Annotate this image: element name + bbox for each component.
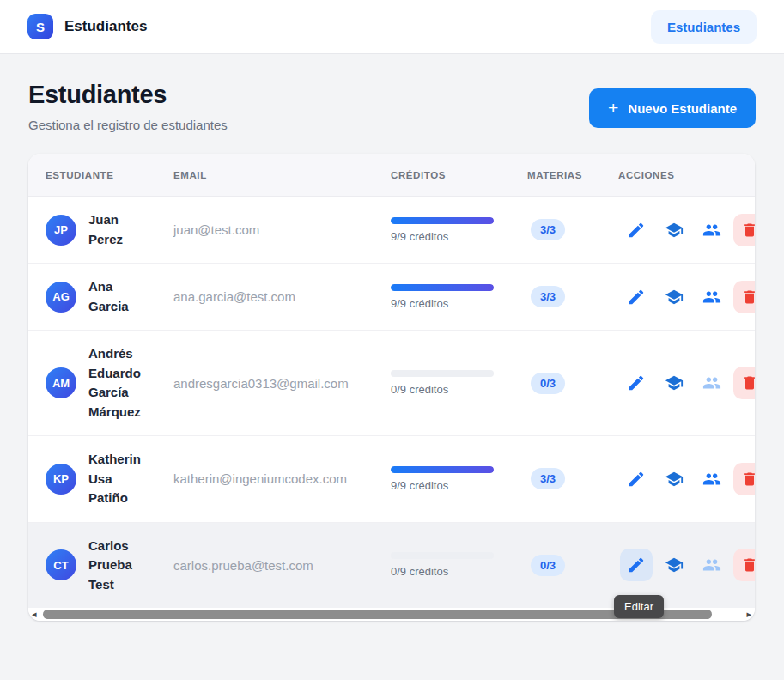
subjects-button[interactable]	[658, 214, 690, 246]
delete-button[interactable]	[733, 463, 755, 495]
table-row: KP Katherin Usa Patiño katherin@ingenium…	[28, 436, 755, 523]
students-table-card: Estudiante Email Créditos Materias Accio…	[28, 154, 755, 621]
plus-icon: +	[608, 99, 618, 117]
students-table: Estudiante Email Créditos Materias Accio…	[28, 154, 755, 608]
materias-badge: 3/3	[531, 219, 565, 240]
table-header: Estudiante Email Créditos Materias Accio…	[28, 154, 755, 197]
groups-button[interactable]	[696, 281, 728, 313]
subjects-button[interactable]	[658, 549, 690, 581]
people-icon	[702, 373, 721, 392]
page-subtitle: Gestiona el registro de estudiantes	[28, 118, 228, 132]
materias-badge: 3/3	[531, 286, 565, 307]
subjects-button[interactable]	[658, 367, 690, 399]
credits-label: 9/9 créditos	[391, 479, 527, 492]
table-row: AM Andrés Eduardo García Márquez andresg…	[28, 331, 755, 436]
trash-icon	[741, 471, 755, 488]
people-icon	[702, 221, 721, 240]
scrollbar-thumb[interactable]	[43, 610, 712, 619]
delete-button[interactable]	[733, 281, 755, 313]
avatar-initials: JP	[54, 223, 68, 236]
student-name: Juan Perez	[88, 210, 149, 249]
edit-button[interactable]	[620, 463, 653, 495]
edit-button[interactable]	[620, 281, 653, 313]
pencil-icon	[627, 373, 646, 392]
credits-progress-bar	[391, 284, 494, 291]
credits-progress-fill	[391, 284, 494, 291]
credits-progress-bar	[391, 552, 494, 559]
avatar-initials: KP	[53, 472, 69, 485]
top-bar: S Estudiantes Estudiantes	[0, 0, 784, 54]
materias-badge: 0/3	[531, 373, 565, 394]
new-student-label: Nuevo Estudiante	[628, 101, 737, 116]
app-logo: S	[27, 14, 53, 39]
table-body: JP Juan Perez juan@test.com 9/9 créditos…	[28, 197, 755, 608]
scroll-left-icon[interactable]: ◂	[32, 610, 37, 619]
edit-button[interactable]	[620, 367, 653, 399]
main-content: Estudiantes Gestiona el registro de estu…	[0, 81, 784, 621]
student-email: carlos.prueba@test.com	[173, 558, 391, 573]
avatar: AM	[46, 367, 76, 398]
graduation-cap-icon	[665, 373, 684, 392]
delete-button[interactable]	[733, 549, 755, 581]
people-icon	[702, 470, 721, 489]
pencil-icon	[627, 556, 646, 574]
pencil-icon	[627, 221, 646, 240]
graduation-cap-icon	[665, 470, 684, 489]
credits-progress-bar	[391, 466, 494, 473]
edit-button[interactable]	[620, 214, 653, 246]
nav-estudiantes-button[interactable]: Estudiantes	[651, 10, 757, 44]
column-header-acciones: Acciones	[618, 170, 755, 180]
avatar: CT	[46, 549, 76, 580]
subjects-button[interactable]	[658, 281, 690, 313]
student-email: katherin@ingeniumcodex.com	[173, 471, 391, 486]
editar-tooltip: Editar	[614, 595, 664, 618]
student-email: ana.garcia@test.com	[173, 289, 391, 304]
credits-label: 9/9 créditos	[391, 297, 527, 310]
column-header-materias: Materias	[527, 170, 618, 180]
credits-progress-fill	[391, 466, 494, 473]
avatar-initials: AM	[52, 377, 70, 390]
table-row: AG Ana Garcia ana.garcia@test.com 9/9 cr…	[28, 264, 755, 331]
new-student-button[interactable]: + Nuevo Estudiante	[589, 88, 756, 128]
avatar: KP	[46, 464, 76, 495]
credits-progress-bar	[391, 370, 494, 377]
app-logo-letter: S	[36, 20, 45, 34]
pencil-icon	[627, 288, 646, 307]
subjects-button[interactable]	[658, 463, 690, 495]
avatar-initials: CT	[53, 559, 68, 572]
column-header-email: Email	[173, 170, 391, 180]
student-name: Carlos Prueba Test	[88, 537, 149, 595]
scroll-right-icon[interactable]: ▸	[746, 610, 751, 619]
credits-progress-fill	[391, 217, 494, 224]
materias-badge: 3/3	[531, 468, 565, 489]
trash-icon	[741, 374, 755, 392]
trash-icon	[741, 222, 755, 239]
table-row: JP Juan Perez juan@test.com 9/9 créditos…	[28, 197, 755, 264]
student-name: Andrés Eduardo García Márquez	[88, 344, 149, 422]
student-name: Ana Garcia	[88, 277, 149, 316]
delete-button[interactable]	[733, 214, 755, 246]
groups-button[interactable]	[696, 463, 728, 495]
materias-badge: 0/3	[531, 555, 565, 576]
groups-button[interactable]	[696, 549, 728, 581]
avatar-initials: AG	[52, 290, 70, 303]
student-name: Katherin Usa Patiño	[88, 450, 149, 508]
column-header-creditos: Créditos	[391, 170, 527, 180]
groups-button[interactable]	[696, 214, 728, 246]
avatar: AG	[46, 282, 76, 313]
credits-label: 0/9 créditos	[391, 565, 527, 578]
column-header-estudiante: Estudiante	[28, 170, 173, 180]
people-icon	[702, 556, 721, 574]
delete-button[interactable]	[733, 367, 755, 399]
student-email: juan@test.com	[173, 222, 391, 237]
credits-progress-bar	[391, 217, 494, 224]
edit-button[interactable]	[620, 549, 653, 581]
app-title: Estudiantes	[64, 18, 147, 35]
graduation-cap-icon	[665, 288, 684, 307]
groups-button[interactable]	[696, 367, 728, 399]
student-email: andresgarcia0313@gmail.com	[173, 376, 391, 391]
credits-label: 9/9 créditos	[391, 230, 527, 243]
trash-icon	[741, 288, 755, 306]
page-title: Estudiantes	[28, 81, 228, 109]
graduation-cap-icon	[665, 556, 684, 574]
